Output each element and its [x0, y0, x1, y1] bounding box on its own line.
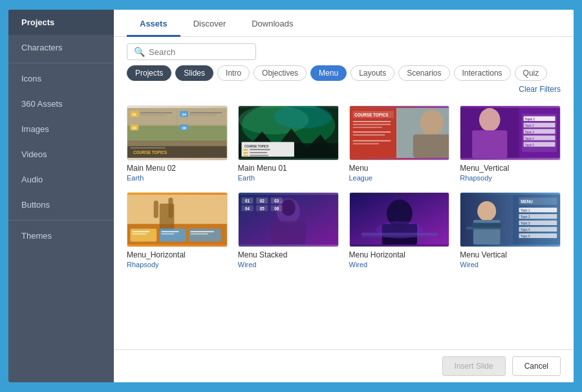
grid-area: 01 04 03 06: [114, 99, 574, 349]
svg-text:Topic 1: Topic 1: [521, 209, 530, 212]
card-menu-stacked[interactable]: 01 02 03 04 05 06: [238, 192, 339, 268]
search-box[interactable]: 🔍: [127, 43, 256, 60]
card-title-8: Menu Vertical: [460, 250, 561, 259]
search-icon: 🔍: [134, 47, 145, 57]
svg-rect-71: [154, 201, 158, 218]
svg-text:Topic 2: Topic 2: [521, 215, 530, 219]
card-subtitle-7[interactable]: Wired: [349, 261, 450, 268]
svg-text:01: 01: [133, 113, 136, 116]
card-thumb-3: COURSE TOPICS: [349, 105, 450, 160]
svg-rect-15: [140, 114, 167, 116]
tab-downloads[interactable]: Downloads: [239, 10, 306, 37]
card-subtitle-6[interactable]: Wired: [238, 261, 339, 268]
card-subtitle-4[interactable]: Rhapsody: [460, 174, 561, 182]
search-filter-area: 🔍 Projects Slides Intro Objectives Menu …: [114, 37, 574, 99]
svg-text:COURSE TOPICS: COURSE TOPICS: [133, 150, 167, 155]
card-menu-vertical-2[interactable]: MENU Topic 1 Topic 2 Topic 3 Topic: [460, 192, 561, 268]
filter-intro[interactable]: Intro: [217, 65, 250, 81]
sidebar-item-projects[interactable]: Projects: [8, 10, 114, 35]
card-subtitle-8[interactable]: Wired: [460, 261, 561, 268]
svg-rect-72: [168, 198, 173, 219]
card-main-menu-01[interactable]: COURSE TOPICS Main Menu 01 Earth: [238, 105, 339, 182]
sidebar-item-360assets[interactable]: 360 Assets: [8, 91, 114, 116]
svg-rect-55: [472, 130, 507, 158]
card-subtitle-2[interactable]: Earth: [238, 174, 339, 182]
filter-objectives[interactable]: Objectives: [253, 65, 307, 81]
card-title-7: Menu Horizontal: [349, 250, 450, 259]
main-window: Projects Characters Icons 360 Assets Ima…: [7, 8, 575, 384]
tab-assets[interactable]: Assets: [127, 10, 180, 37]
card-thumb-4: Topic 1 Topic 2 Topic 3 Topic 4 Topic 5: [460, 105, 561, 160]
sidebar-item-buttons[interactable]: Buttons: [8, 192, 114, 217]
svg-text:04: 04: [245, 206, 250, 211]
svg-rect-35: [250, 152, 267, 153]
svg-text:Topic 2: Topic 2: [525, 124, 535, 127]
svg-rect-33: [243, 155, 248, 157]
sidebar-item-audio[interactable]: Audio: [8, 167, 114, 192]
svg-text:04: 04: [182, 113, 186, 116]
svg-rect-50: [352, 140, 391, 142]
filter-layouts[interactable]: Layouts: [350, 65, 394, 81]
svg-text:02: 02: [259, 199, 264, 203]
svg-text:06: 06: [182, 126, 186, 130]
filter-menu[interactable]: Menu: [310, 65, 347, 81]
svg-rect-73: [131, 229, 157, 242]
sidebar-item-images[interactable]: Images: [8, 116, 114, 142]
card-thumb-8: MENU Topic 1 Topic 2 Topic 3 Topic: [460, 192, 561, 247]
card-thumb-5: [127, 192, 228, 247]
filter-projects[interactable]: Projects: [127, 65, 171, 81]
svg-rect-49: [352, 135, 385, 136]
card-menu[interactable]: COURSE TOPICS Menu: [349, 105, 450, 182]
svg-text:Topic 4: Topic 4: [521, 228, 530, 232]
filter-scenarios[interactable]: Scenarios: [398, 65, 449, 81]
card-subtitle-3[interactable]: League: [349, 174, 450, 182]
svg-text:MENU: MENU: [521, 199, 533, 204]
svg-point-109: [477, 201, 496, 221]
svg-text:Topic 3: Topic 3: [521, 222, 530, 225]
svg-text:COURSE TOPICS: COURSE TOPICS: [244, 145, 268, 148]
svg-text:Topic 4: Topic 4: [525, 137, 535, 140]
search-input[interactable]: [149, 47, 252, 57]
card-menu-horizontal-2[interactable]: Menu Horizontal Wired: [349, 192, 450, 268]
card-main-menu-02[interactable]: 01 04 03 06: [127, 105, 228, 182]
svg-text:06: 06: [274, 206, 279, 211]
svg-rect-78: [161, 231, 178, 232]
filter-quiz[interactable]: Quiz: [515, 65, 548, 81]
svg-rect-86: [270, 221, 305, 245]
content-area: Assets Discover Downloads 🔍 Projects Sli…: [114, 10, 574, 382]
card-title-4: Menu_Vertical: [460, 164, 561, 173]
card-subtitle-5[interactable]: Rhapsody: [127, 261, 228, 268]
sidebar-divider-1: [8, 63, 114, 63]
card-subtitle-1[interactable]: Earth: [127, 174, 228, 182]
card-menu-horizontal[interactable]: Menu_Horizontal Rhapsody: [127, 192, 228, 268]
svg-rect-112: [472, 223, 501, 227]
svg-point-24: [274, 106, 332, 129]
svg-rect-80: [191, 231, 214, 232]
filter-slides[interactable]: Slides: [175, 65, 213, 81]
svg-rect-51: [352, 143, 379, 144]
svg-rect-31: [243, 149, 248, 151]
cancel-button[interactable]: Cancel: [512, 356, 561, 376]
clear-filters-link[interactable]: Clear Filters: [519, 85, 561, 94]
svg-text:Topic 3: Topic 3: [525, 131, 535, 134]
svg-text:COURSE TOPICS: COURSE TOPICS: [354, 113, 388, 117]
svg-text:Topic 5: Topic 5: [521, 235, 530, 238]
card-menu-vertical[interactable]: Topic 1 Topic 2 Topic 3 Topic 4 Topic 5: [460, 105, 561, 182]
svg-rect-45: [352, 121, 391, 122]
svg-rect-32: [243, 152, 248, 154]
sidebar-item-themes[interactable]: Themes: [8, 223, 114, 248]
sidebar-item-characters[interactable]: Characters: [8, 35, 114, 60]
bottom-bar: Insert Slide Cancel: [114, 349, 574, 382]
svg-text:Topic 1: Topic 1: [525, 118, 535, 121]
tab-discover[interactable]: Discover: [180, 10, 239, 37]
svg-rect-16: [190, 112, 222, 113]
svg-rect-36: [250, 155, 268, 156]
insert-slide-button[interactable]: Insert Slide: [442, 356, 506, 376]
sidebar-item-icons[interactable]: Icons: [8, 66, 114, 91]
sidebar-item-videos[interactable]: Videos: [8, 142, 114, 167]
svg-rect-68: [127, 195, 227, 224]
filter-interactions[interactable]: Interactions: [454, 65, 511, 81]
card-title-3: Menu: [349, 164, 450, 173]
svg-rect-76: [132, 231, 149, 232]
card-thumb-6: 01 02 03 04 05 06: [238, 192, 339, 247]
